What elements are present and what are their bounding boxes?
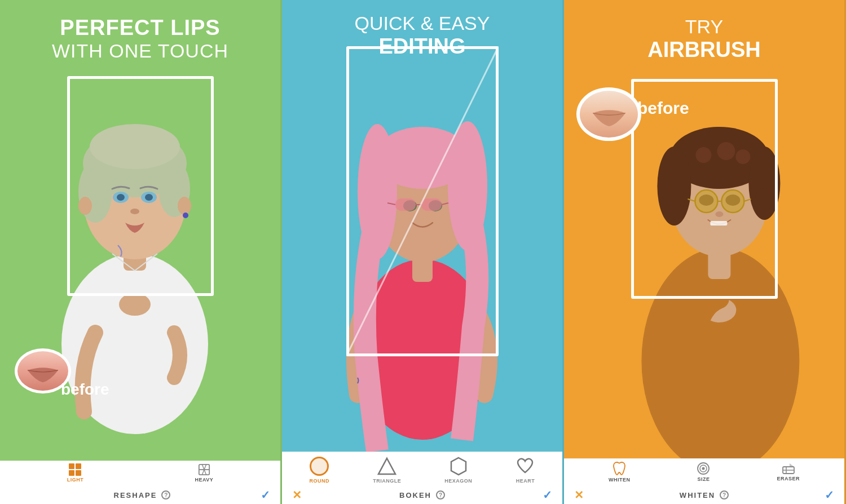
triangle-label: Triangle — [373, 478, 401, 484]
confirm-green[interactable]: ✓ — [261, 488, 270, 502]
before-label-orange: before — [637, 99, 689, 118]
whiten-label: WHITEN — [609, 477, 631, 483]
eraser-icon — [782, 462, 795, 475]
cancel-orange[interactable]: ✕ — [574, 488, 584, 502]
white-frame-teal — [346, 46, 499, 356]
light-grid-icon — [69, 463, 81, 476]
tool-whiten[interactable]: WHITEN — [609, 461, 631, 483]
eraser-label: ERASER — [777, 476, 800, 481]
bokeh-hexagon[interactable]: Hexagon — [444, 457, 472, 484]
bokeh-heart[interactable]: Heart — [515, 457, 535, 484]
cancel-teal[interactable]: ✕ — [292, 488, 302, 502]
svg-point-57 — [702, 467, 705, 470]
panel-perfect-lips: PERFECT LIPS WITH ONE TOUCH — [0, 0, 282, 504]
toolbar-orange: WHITEN SIZE ERASER — [564, 458, 844, 504]
panel-airbrush: TRY AIRBRUSH before — [564, 0, 846, 504]
toolbar-icons-row-green: LIGHT HEAVY — [0, 461, 280, 485]
tool-size[interactable]: SIZE — [697, 462, 710, 482]
before-label-green: before — [61, 381, 109, 399]
light-label: LIGHT — [67, 477, 84, 483]
svg-point-15 — [119, 293, 151, 316]
heart-shape-icon — [515, 457, 535, 476]
reshape-help-icon[interactable]: ? — [161, 490, 170, 499]
hexagon-label: Hexagon — [444, 478, 472, 484]
svg-marker-32 — [378, 458, 395, 474]
toolbar-icons-row-orange: WHITEN SIZE ERASER — [564, 459, 844, 485]
size-label: SIZE — [697, 476, 710, 482]
triangle-shape-icon — [377, 457, 396, 476]
bokeh-triangle[interactable]: Triangle — [373, 457, 401, 484]
confirm-teal[interactable]: ✓ — [543, 488, 552, 502]
whiten-help-icon[interactable]: ? — [720, 490, 729, 499]
toolbar-teal: Round Triangle Hexagon Hea — [282, 452, 562, 504]
heart-label: Heart — [516, 478, 535, 484]
bokeh-help-icon[interactable]: ? — [436, 490, 445, 499]
bokeh-round[interactable]: Round — [310, 457, 330, 484]
toolbar-action-row-green: RESHAPE ? ✓ — [0, 485, 280, 504]
white-frame-green — [67, 76, 214, 296]
hexagon-shape-icon — [449, 457, 468, 476]
reshape-label: RESHAPE — [114, 491, 157, 499]
toolbar-action-row-teal: ✕ Bokeh ? ✓ — [282, 485, 562, 504]
round-label: Round — [310, 478, 330, 484]
svg-marker-33 — [451, 458, 466, 475]
svg-marker-59 — [790, 463, 794, 467]
toolbar-action-row-orange: ✕ WHITEN ? ✓ — [564, 485, 844, 504]
panel-editing: QUICK & EASY EDITING before — [282, 0, 564, 504]
lip-circle-orange — [576, 87, 641, 141]
heavy-label: HEAVY — [195, 477, 213, 483]
bokeh-label-action: Bokeh — [399, 491, 431, 499]
tool-light[interactable]: LIGHT — [67, 463, 84, 483]
whiten-tooth-icon — [613, 461, 626, 476]
toolbar-green: LIGHT HEAVY RESHAPE ? — [0, 461, 280, 504]
tool-heavy[interactable]: HEAVY — [195, 463, 213, 483]
title-line1-teal: QUICK & EASY — [355, 12, 490, 34]
whiten-label-action: WHITEN — [680, 491, 715, 499]
confirm-orange[interactable]: ✓ — [825, 488, 834, 502]
bokeh-icons-row: Round Triangle Hexagon Hea — [282, 452, 562, 485]
tool-eraser[interactable]: ERASER — [777, 462, 800, 481]
round-shape-icon — [310, 457, 329, 476]
heavy-squeeze-icon — [198, 463, 210, 476]
size-icon — [697, 462, 710, 475]
